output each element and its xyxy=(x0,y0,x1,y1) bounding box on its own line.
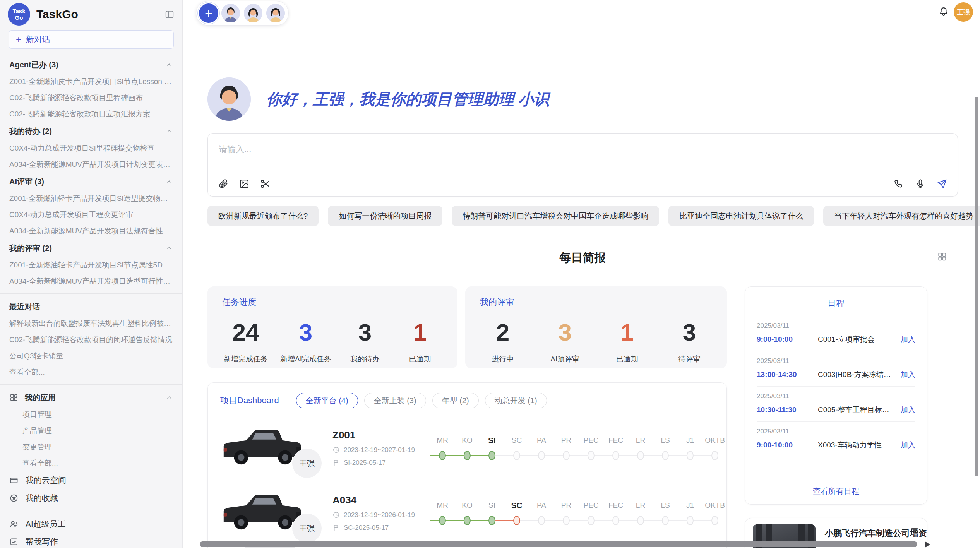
suggestion-chip[interactable]: 如何写一份清晰的项目周报 xyxy=(328,206,442,226)
join-link[interactable]: 加入 xyxy=(901,370,915,380)
milestone-node[interactable] xyxy=(439,451,446,460)
chevron-up-icon[interactable] xyxy=(165,61,173,68)
milestone-node[interactable] xyxy=(588,451,595,460)
collapse-sidebar-icon[interactable] xyxy=(164,9,175,19)
milestone-node[interactable] xyxy=(464,516,471,525)
sidebar-storage-links: 我的云空间我的收藏 xyxy=(0,471,182,507)
milestone-node[interactable] xyxy=(662,451,669,460)
view-all-schedule-link[interactable]: 查看所有日程 xyxy=(757,486,915,497)
join-link[interactable]: 加入 xyxy=(901,440,915,450)
sidebar-section-header[interactable]: 我的评审 (2) xyxy=(0,239,182,257)
project-row[interactable]: 王强Z0012023-12-19~2027-01-19SI-2025-05-17… xyxy=(220,422,714,473)
milestone-node[interactable] xyxy=(563,516,570,525)
milestone-node[interactable] xyxy=(662,516,669,525)
new-chat-button[interactable]: + 新对话 xyxy=(9,30,174,49)
sidebar-item[interactable]: C02-飞腾新能源轻客改款项目立项汇报方案 xyxy=(0,106,182,122)
sidebar-item[interactable]: Z001-全新燃油轻卡产品开发项目SI节点属性5D文件评审 xyxy=(0,257,182,273)
milestone-node[interactable] xyxy=(687,451,694,460)
milestone-node[interactable] xyxy=(588,516,595,525)
suggestion-chip[interactable]: 欧洲新规最近颁布了什么? xyxy=(207,206,319,226)
sidebar-item[interactable]: C02-飞腾新能源轻客改款项目里程碑画布 xyxy=(0,90,182,106)
add-agent-button[interactable]: + xyxy=(199,3,218,23)
sidebar-section-title: Agent已办 (3) xyxy=(9,60,58,70)
milestone-node[interactable] xyxy=(464,451,471,460)
milestone-node[interactable] xyxy=(439,516,446,525)
project-list: 王强Z0012023-12-19~2027-01-19SI-2025-05-17… xyxy=(220,422,714,538)
sidebar-link[interactable]: 帮我写作 xyxy=(0,533,182,548)
notification-bell-icon[interactable] xyxy=(938,6,949,17)
join-link[interactable]: 加入 xyxy=(901,405,915,415)
view-all-link[interactable]: 查看全部... xyxy=(0,455,182,471)
divider xyxy=(0,384,182,385)
recent-chat-item[interactable]: 解释最新出台的欧盟报废车法规再生塑料比例被调至15%... xyxy=(0,315,182,332)
join-link[interactable]: 加入 xyxy=(901,334,915,344)
milestone-node[interactable] xyxy=(488,516,495,525)
microphone-icon[interactable] xyxy=(915,178,926,189)
layout-grid-icon[interactable] xyxy=(937,252,947,262)
agent-avatar[interactable] xyxy=(266,3,286,23)
milestone-node[interactable] xyxy=(637,516,644,525)
image-upload-icon[interactable] xyxy=(239,178,250,189)
sidebar-item[interactable]: A034-全新新能源MUV产品开发项目计划变更表编写 xyxy=(0,156,182,173)
vertical-scrollbar[interactable] xyxy=(975,97,978,476)
sidebar-sections: Agent已办 (3)Z001-全新燃油皮卡产品开发项目SI节点Lesson L… xyxy=(0,56,182,289)
milestone-node[interactable] xyxy=(637,451,644,460)
send-icon[interactable] xyxy=(937,178,947,189)
milestone-node[interactable] xyxy=(711,451,718,460)
milestone-node[interactable] xyxy=(513,451,520,460)
sidebar-section-header[interactable]: AI评审 (3) xyxy=(0,173,182,190)
chevron-up-icon[interactable] xyxy=(165,178,173,185)
my-apps-header[interactable]: 我的应用 xyxy=(0,389,182,406)
milestone-node[interactable] xyxy=(612,516,619,525)
sidebar-item[interactable]: Z001-全新燃油轻卡产品开发项目SI造型提交物评审 xyxy=(0,190,182,207)
sidebar-item[interactable]: A034-全新新能源MUV产品开发项目造型可行性评审 xyxy=(0,273,182,289)
scroll-down-arrow-icon[interactable] xyxy=(911,528,918,533)
app-item[interactable]: 变更管理 xyxy=(0,439,182,455)
sidebar-item[interactable]: Z001-全新燃油皮卡产品开发项目SI节点Lesson Learn报告 xyxy=(0,74,182,90)
milestone-node[interactable] xyxy=(488,451,495,460)
schedule-event: 2025/03/119:00-10:00C001-立项审批会加入 xyxy=(757,316,915,351)
dashboard-tab[interactable]: 全新上装 (3) xyxy=(364,393,426,408)
user-avatar[interactable]: 王强 xyxy=(954,2,973,22)
chevron-up-icon[interactable] xyxy=(165,127,173,135)
sidebar-link[interactable]: 我的收藏 xyxy=(0,489,182,507)
scroll-right-arrow-icon[interactable] xyxy=(925,541,930,548)
dashboard-tab[interactable]: 年型 (2) xyxy=(432,393,479,408)
project-row[interactable]: 王强A0342023-12-19~2026-01-19SC-2025-05-17… xyxy=(220,487,714,538)
milestone-node[interactable] xyxy=(538,451,545,460)
dashboard-tab[interactable]: 动总开发 (1) xyxy=(485,393,547,408)
sidebar-link[interactable]: 我的云空间 xyxy=(0,471,182,489)
phone-call-icon[interactable] xyxy=(893,178,904,189)
chat-input[interactable] xyxy=(218,143,947,167)
recent-chat-item[interactable]: C02-飞腾新能源轻客改款项目的闭环通告反馈情况 xyxy=(0,332,182,348)
milestone-label: KO xyxy=(455,434,480,447)
recent-chat-item[interactable]: 公司Q3轻卡销量 xyxy=(0,348,182,364)
attachment-icon[interactable] xyxy=(218,178,229,189)
dashboard-tab[interactable]: 全新平台 (4) xyxy=(296,393,358,408)
milestone-node[interactable] xyxy=(563,451,570,460)
sidebar-item[interactable]: C0X4-动力总成开发项目工程变更评审 xyxy=(0,207,182,223)
scissors-icon[interactable] xyxy=(260,178,271,189)
agent-avatar[interactable] xyxy=(221,3,241,23)
chevron-up-icon[interactable] xyxy=(165,244,173,252)
app-item[interactable]: 项目管理 xyxy=(0,406,182,423)
milestone-node[interactable] xyxy=(538,516,545,525)
suggestion-chip[interactable]: 当下年轻人对汽车外观有怎样的喜好趋势 xyxy=(823,206,980,226)
app-item[interactable]: 产品管理 xyxy=(0,423,182,439)
suggestion-chip[interactable]: 比亚迪全固态电池计划具体说了什么 xyxy=(668,206,814,226)
chevron-up-icon[interactable] xyxy=(165,394,173,401)
milestone-node[interactable] xyxy=(612,451,619,460)
view-all-link[interactable]: 查看全部... xyxy=(0,364,182,380)
sidebar-link[interactable]: AI超级员工 xyxy=(0,515,182,533)
milestone: KO xyxy=(455,434,480,462)
suggestion-chip[interactable]: 特朗普可能对进口汽车增税会对中国车企造成哪些影响 xyxy=(452,206,659,226)
milestone-node[interactable] xyxy=(687,516,694,525)
horizontal-scrollbar[interactable] xyxy=(200,541,917,547)
sidebar-section-header[interactable]: 我的待办 (2) xyxy=(0,122,182,140)
sidebar-item[interactable]: C0X4-动力总成开发项目SI里程碑提交物检查 xyxy=(0,140,182,156)
milestone-node[interactable] xyxy=(711,516,718,525)
sidebar-section-header[interactable]: Agent已办 (3) xyxy=(0,56,182,74)
agent-avatar[interactable] xyxy=(243,3,263,23)
milestone-node[interactable] xyxy=(513,516,520,525)
sidebar-item[interactable]: A034-全新新能源MUV产品开发项目法规符合性评审 xyxy=(0,223,182,239)
